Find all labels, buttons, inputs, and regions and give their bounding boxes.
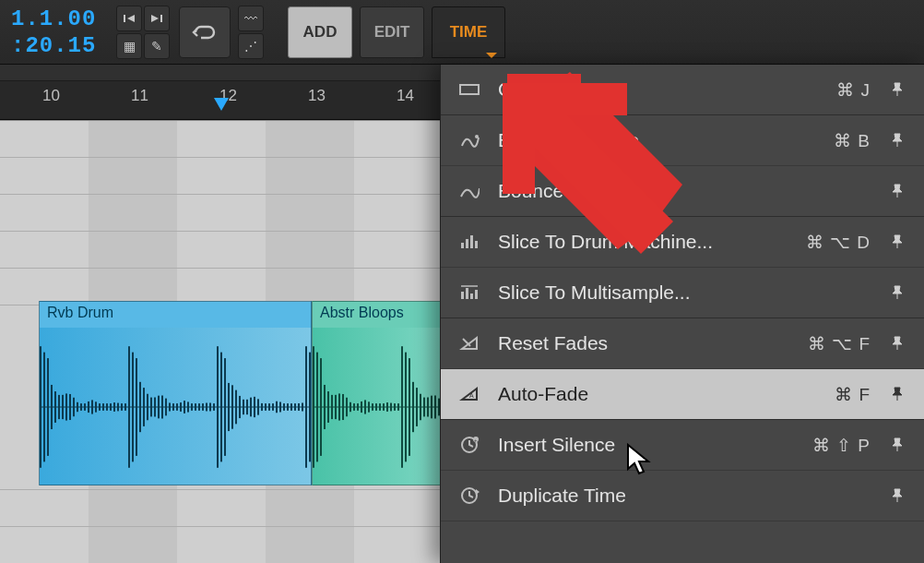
audio-clip[interactable]: Rvb Drum: [39, 301, 312, 485]
clip-label: Rvb Drum: [40, 302, 311, 328]
menu-item-label: Slice To Multisample...: [498, 282, 789, 304]
bounce-icon: [457, 179, 481, 203]
clip-label: Abstr Bloops: [313, 302, 440, 328]
svg-rect-118: [466, 288, 468, 299]
svg-text:A: A: [469, 392, 474, 399]
time-menu-button[interactable]: TIME: [432, 6, 505, 58]
snap-right-icon[interactable]: [144, 6, 170, 31]
playhead-marker[interactable]: [214, 98, 229, 111]
menu-item-label: Slice To Drum Machine...: [498, 231, 789, 253]
slice-drum-icon: [457, 230, 481, 254]
menu-item-bounce[interactable]: Bounce: [441, 166, 924, 217]
slice-multi-icon: [457, 281, 481, 305]
menu-item-shortcut: ⌘ B: [806, 130, 871, 151]
automation-curve-icon[interactable]: 〰: [238, 6, 264, 31]
menu-item-insert-silence[interactable]: +Insert Silence⌘ ⇧ P: [441, 420, 924, 471]
menu-item-label: Insert Silence: [498, 434, 789, 456]
menu-item-label: Auto-Fade: [498, 383, 789, 405]
pin-icon[interactable]: [887, 82, 907, 97]
waveform: [40, 328, 311, 485]
menu-item-duplicate-time[interactable]: Duplicate Time: [441, 471, 924, 521]
menu-item-consolidate[interactable]: Consolidate⌘ J: [441, 65, 924, 115]
pin-icon[interactable]: [887, 488, 907, 503]
menu-item-shortcut: ⌘ ⌥ F: [806, 333, 871, 354]
menu-item-auto-fade[interactable]: AAuto-Fade⌘ F: [441, 369, 924, 420]
edit-button[interactable]: EDIT: [360, 6, 424, 58]
svg-rect-113: [461, 243, 464, 248]
loop-button[interactable]: [179, 6, 231, 58]
add-button[interactable]: ADD: [288, 6, 352, 58]
snap-left-icon[interactable]: [116, 6, 142, 31]
svg-rect-115: [470, 235, 473, 248]
ruler-tick: 14: [397, 87, 414, 105]
svg-rect-111: [460, 85, 479, 94]
insert-silence-icon: +: [457, 433, 481, 457]
auto-fade-icon: A: [457, 382, 481, 406]
pin-icon[interactable]: [887, 133, 907, 148]
ruler-tick: 11: [131, 87, 148, 105]
snap-grid-icon[interactable]: ▦: [116, 33, 142, 59]
pin-icon[interactable]: [887, 234, 907, 249]
svg-rect-120: [475, 290, 478, 299]
svg-text:+: +: [474, 437, 478, 443]
automation-buttons: 〰 ⋰: [238, 6, 264, 59]
reset-fades-icon: [457, 331, 481, 355]
audio-clip[interactable]: Abstr Bloops: [312, 301, 441, 485]
menu-item-shortcut: ⌘ F: [806, 384, 871, 405]
consolidate-icon: [457, 78, 481, 102]
pin-icon[interactable]: [887, 437, 907, 452]
menu-item-shortcut: ⌘ J: [806, 79, 871, 101]
svg-point-112: [475, 135, 479, 138]
transport-counter[interactable]: 1.1.00 :20.15: [6, 3, 107, 62]
menu-item-shortcut: ⌘ ⌥ D: [806, 232, 871, 253]
menu-item-label: Reset Fades: [498, 332, 789, 354]
menu-item-label: Bounce In Place: [498, 129, 789, 151]
menu-item-label: Bounce: [498, 180, 789, 202]
ruler-tick: 13: [308, 87, 326, 105]
menu-item-slice-drum[interactable]: Slice To Drum Machine...⌘ ⌥ D: [441, 217, 924, 268]
pin-icon[interactable]: [887, 336, 907, 351]
menu-item-label: Duplicate Time: [498, 485, 789, 507]
pin-icon[interactable]: [887, 184, 907, 198]
menu-item-shortcut: ⌘ ⇧ P: [806, 435, 871, 456]
menu-item-slice-multi[interactable]: Slice To Multisample...: [441, 268, 924, 318]
top-toolbar: 1.1.00 :20.15 ▦ ✎ 〰 ⋰ ADD EDIT TIME: [0, 0, 924, 65]
bounce-in-place-icon: [457, 128, 481, 152]
menu-item-bounce-in-place[interactable]: Bounce In Place⌘ B: [441, 115, 924, 166]
waveform: [313, 328, 440, 485]
menu-item-reset-fades[interactable]: Reset Fades⌘ ⌥ F: [441, 318, 924, 369]
svg-rect-119: [470, 293, 473, 299]
snap-buttons: ▦ ✎: [114, 4, 172, 61]
pin-icon[interactable]: [887, 285, 907, 300]
svg-rect-117: [461, 292, 464, 299]
menu-item-label: Consolidate: [498, 78, 789, 101]
svg-rect-116: [475, 241, 478, 248]
snap-edit-icon[interactable]: ✎: [144, 33, 170, 59]
ruler-tick: 10: [42, 87, 60, 105]
time-dropdown-menu: Consolidate⌘ JBounce In Place⌘ BBounceSl…: [440, 65, 924, 563]
svg-rect-114: [466, 239, 468, 248]
pin-icon[interactable]: [887, 387, 907, 401]
automation-points-icon[interactable]: ⋰: [238, 33, 264, 59]
counter-position: 1.1.00: [11, 6, 101, 31]
counter-time: :20.15: [11, 33, 101, 58]
duplicate-time-icon: [457, 484, 481, 508]
